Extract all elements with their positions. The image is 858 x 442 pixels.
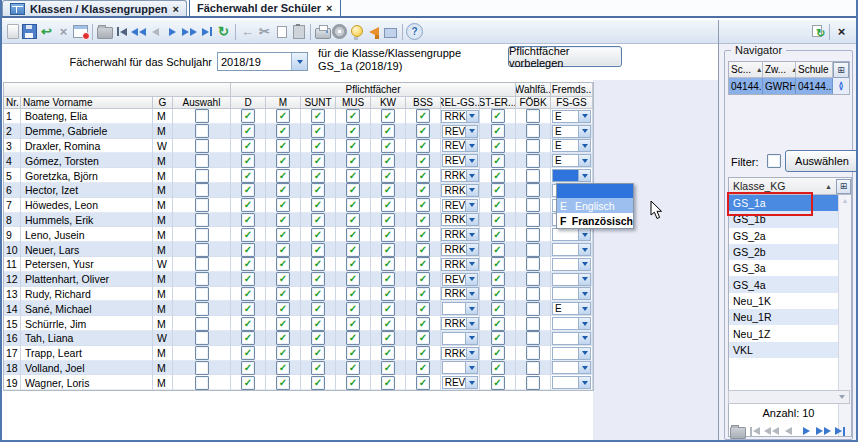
KW-checkbox[interactable]: ✓ <box>381 213 395 227</box>
fs-gs-option[interactable] <box>557 184 633 198</box>
chevron-down-icon[interactable] <box>465 362 477 373</box>
BSS-checkbox[interactable]: ✓ <box>416 317 430 331</box>
foebk-checkbox[interactable] <box>526 346 540 360</box>
BSS-checkbox[interactable]: ✓ <box>416 302 430 316</box>
SUNT-checkbox[interactable]: ✓ <box>311 183 325 197</box>
chevron-down-icon[interactable] <box>578 333 590 344</box>
st_er-checkbox[interactable]: ✓ <box>491 183 505 197</box>
cut-button[interactable]: ✂ <box>256 22 273 41</box>
chevron-down-icon[interactable] <box>578 126 590 137</box>
column-header-sunt[interactable]: SUNT <box>301 97 336 109</box>
MUS-checkbox[interactable]: ✓ <box>346 331 360 345</box>
table-row[interactable]: 10Neuer, LarsM✓✓✓✓✓✓RRK✓ <box>4 242 593 257</box>
D-checkbox[interactable]: ✓ <box>241 139 255 153</box>
print-button[interactable] <box>314 22 331 41</box>
fs_gs-combo[interactable] <box>552 287 591 300</box>
select-button[interactable]: Auswählen <box>785 150 858 172</box>
auswahl-checkbox[interactable] <box>195 154 209 168</box>
column-header-bss[interactable]: BSS <box>406 97 441 109</box>
st_er-checkbox[interactable]: ✓ <box>491 198 505 212</box>
D-checkbox[interactable]: ✓ <box>241 346 255 360</box>
MUS-checkbox[interactable]: ✓ <box>346 139 360 153</box>
foebk-checkbox[interactable] <box>526 139 540 153</box>
rel_gs-combo[interactable]: RRK <box>441 110 478 123</box>
auswahl-checkbox[interactable] <box>195 287 209 301</box>
auswahl-checkbox[interactable] <box>195 331 209 345</box>
rel_gs-combo[interactable]: REV <box>442 125 479 138</box>
BSS-checkbox[interactable]: ✓ <box>416 124 430 138</box>
MUS-checkbox[interactable]: ✓ <box>346 198 360 212</box>
chevron-down-icon[interactable] <box>465 303 477 314</box>
D-checkbox[interactable]: ✓ <box>241 272 255 286</box>
school-col-header[interactable]: Sc... ▲1 <box>729 62 763 78</box>
KW-checkbox[interactable]: ✓ <box>381 124 395 138</box>
M-checkbox[interactable]: ✓ <box>276 124 290 138</box>
schoolyear-select[interactable]: 2018/19 <box>217 52 308 71</box>
table-row[interactable]: 9Leno, JuseinM✓✓✓✓✓✓RRK✓ <box>4 227 593 242</box>
KW-checkbox[interactable]: ✓ <box>381 257 395 271</box>
rel_gs-combo[interactable]: RRK <box>441 213 478 226</box>
M-checkbox[interactable]: ✓ <box>276 346 290 360</box>
column-header-kw[interactable]: KW <box>371 97 406 109</box>
column-header-st-er-[interactable]: ST-ER... <box>480 97 516 109</box>
MUS-checkbox[interactable]: ✓ <box>346 287 360 301</box>
M-checkbox[interactable]: ✓ <box>276 243 290 257</box>
chevron-down-icon[interactable] <box>466 348 478 359</box>
fs_gs-combo[interactable] <box>552 376 591 389</box>
rel_gs-combo[interactable] <box>442 332 478 345</box>
rel_gs-combo[interactable]: RRK <box>441 228 478 241</box>
BSS-checkbox[interactable]: ✓ <box>416 183 430 197</box>
fs_gs-combo[interactable] <box>552 258 591 271</box>
KW-checkbox[interactable]: ✓ <box>381 198 395 212</box>
D-checkbox[interactable]: ✓ <box>241 243 255 257</box>
table-row[interactable]: 2Demme, GabrieleM✓✓✓✓✓✓REV✓E <box>4 124 593 139</box>
M-checkbox[interactable]: ✓ <box>276 109 290 123</box>
class-list-item[interactable]: GS_3a <box>729 260 838 276</box>
KW-checkbox[interactable]: ✓ <box>381 109 395 123</box>
fs_gs-combo[interactable] <box>552 361 591 374</box>
save-button[interactable] <box>21 22 38 41</box>
foebk-checkbox[interactable] <box>526 243 540 257</box>
foebk-checkbox[interactable] <box>526 361 540 375</box>
D-checkbox[interactable]: ✓ <box>241 376 255 390</box>
M-checkbox[interactable]: ✓ <box>276 198 290 212</box>
auswahl-checkbox[interactable] <box>195 139 209 153</box>
rel_gs-combo[interactable] <box>442 302 478 315</box>
BSS-checkbox[interactable]: ✓ <box>416 376 430 390</box>
first-record-button[interactable] <box>746 422 763 441</box>
table-row[interactable]: 7Höwedes, LeonM✓✓✓✓✓✓REV✓ <box>4 198 593 213</box>
fs_gs-combo[interactable] <box>552 332 591 345</box>
st_er-checkbox[interactable]: ✓ <box>491 169 505 183</box>
st_er-checkbox[interactable]: ✓ <box>491 124 505 138</box>
class-list-item[interactable]: GS_2a <box>729 228 838 244</box>
table-row[interactable]: 12Plattenhart, OliverM✓✓✓✓✓✓REV✓ <box>4 272 593 287</box>
chevron-down-icon[interactable] <box>578 274 590 285</box>
rel_gs-combo[interactable]: RRK <box>441 347 478 360</box>
st_er-checkbox[interactable]: ✓ <box>491 287 505 301</box>
D-checkbox[interactable]: ✓ <box>241 169 255 183</box>
st_er-checkbox[interactable]: ✓ <box>491 272 505 286</box>
rel_gs-combo[interactable]: REV <box>442 273 479 286</box>
auswahl-checkbox[interactable] <box>195 317 209 331</box>
chevron-down-icon[interactable] <box>578 229 590 240</box>
table-row[interactable]: 15Schürrle, JimM✓✓✓✓✓✓RRK✓ <box>4 316 593 331</box>
fs_gs-combo[interactable]: E <box>552 125 591 138</box>
chevron-down-icon[interactable] <box>578 348 590 359</box>
new-record-button[interactable] <box>4 22 21 41</box>
folder-button[interactable] <box>96 22 113 41</box>
class-list-item[interactable]: VKL <box>729 342 838 358</box>
KW-checkbox[interactable]: ✓ <box>381 317 395 331</box>
undo-button[interactable]: ↩ <box>38 22 55 41</box>
rel_gs-combo[interactable]: RRK <box>441 258 478 271</box>
table-row[interactable]: 6Hector, IzetM✓✓✓✓✓✓RRK✓ <box>4 183 593 198</box>
chevron-down-icon[interactable] <box>578 259 590 270</box>
M-checkbox[interactable]: ✓ <box>276 169 290 183</box>
KW-checkbox[interactable]: ✓ <box>381 376 395 390</box>
SUNT-checkbox[interactable]: ✓ <box>311 376 325 390</box>
chevron-down-icon[interactable] <box>578 377 590 388</box>
fs_gs-combo[interactable] <box>552 169 591 182</box>
chevron-down-icon[interactable] <box>465 274 477 285</box>
KW-checkbox[interactable]: ✓ <box>381 228 395 242</box>
column-header-g[interactable]: G <box>153 97 173 109</box>
M-checkbox[interactable]: ✓ <box>276 213 290 227</box>
